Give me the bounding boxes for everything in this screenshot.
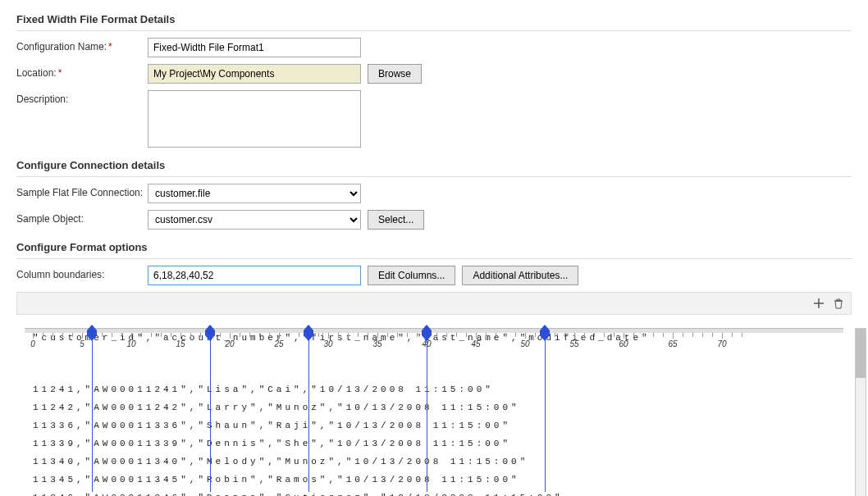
column-line xyxy=(427,336,428,492)
scrollbar-thumb[interactable] xyxy=(856,329,866,378)
preview-row: 11346,"AW00011346","Deanna","Gutierrez",… xyxy=(33,489,843,496)
sample-obj-select[interactable]: customer.csv xyxy=(148,210,361,230)
boundary-marker[interactable] xyxy=(86,325,98,341)
label-config-name: Configuration Name: xyxy=(16,38,148,52)
section-title-connection: Configure Connection details xyxy=(16,154,852,177)
description-textarea[interactable] xyxy=(148,90,361,148)
boundary-marker[interactable] xyxy=(539,325,550,341)
sample-conn-select[interactable]: customer.file xyxy=(148,184,361,203)
preview-data-rows: 11241,"AW00011241","Lisa","Cai","10/13/2… xyxy=(33,380,843,496)
edit-columns-button[interactable]: Edit Columns... xyxy=(368,266,455,285)
preview-row: 11345,"AW00011345","Robin","Ramos","10/1… xyxy=(33,471,843,489)
preview-row: 11340,"AW00011340","Melody","Munoz","10/… xyxy=(33,453,843,471)
col-boundaries-input[interactable] xyxy=(148,266,361,285)
section-title-details: Fixed Width File Format Details xyxy=(16,8,852,31)
boundary-marker[interactable] xyxy=(421,325,432,341)
column-line xyxy=(210,336,212,492)
column-line xyxy=(308,336,310,492)
boundary-marker[interactable] xyxy=(303,325,314,341)
ruler-ticks: 0510152025303540455055606570 xyxy=(25,333,843,351)
preview-row: 11241,"AW00011241","Lisa","Cai","10/13/2… xyxy=(33,380,843,398)
additional-attrs-button[interactable]: Additional Attributes... xyxy=(462,266,578,285)
column-line xyxy=(545,336,546,492)
browse-button[interactable]: Browse xyxy=(368,64,422,84)
config-name-input[interactable] xyxy=(148,38,361,57)
trash-icon[interactable] xyxy=(831,296,846,311)
label-location: Location: xyxy=(16,64,148,79)
section-title-format: Configure Format options xyxy=(16,236,852,259)
boundary-marker[interactable] xyxy=(204,325,216,341)
preview-toolbar xyxy=(16,292,852,315)
preview-row: 11336,"AW00011336","Shaun","Raji","10/13… xyxy=(33,416,843,435)
add-icon[interactable] xyxy=(811,296,826,311)
preview-row: 11242,"AW00011242","Larry","Munoz","10/1… xyxy=(33,398,843,416)
label-col-boundaries: Column boundaries: xyxy=(16,266,148,280)
label-sample-obj: Sample Object: xyxy=(16,210,148,225)
column-line xyxy=(92,336,94,492)
label-sample-conn: Sample Flat File Connection: xyxy=(16,184,148,198)
select-button[interactable]: Select... xyxy=(368,210,424,230)
label-description: Description: xyxy=(16,90,148,105)
preview-row: 11339,"AW00011339","Dennis","She","10/13… xyxy=(33,435,843,453)
vertical-scrollbar[interactable] xyxy=(855,328,866,496)
preview-container: "customer_id","account_number","first_na… xyxy=(25,328,843,496)
location-input[interactable] xyxy=(148,64,361,84)
